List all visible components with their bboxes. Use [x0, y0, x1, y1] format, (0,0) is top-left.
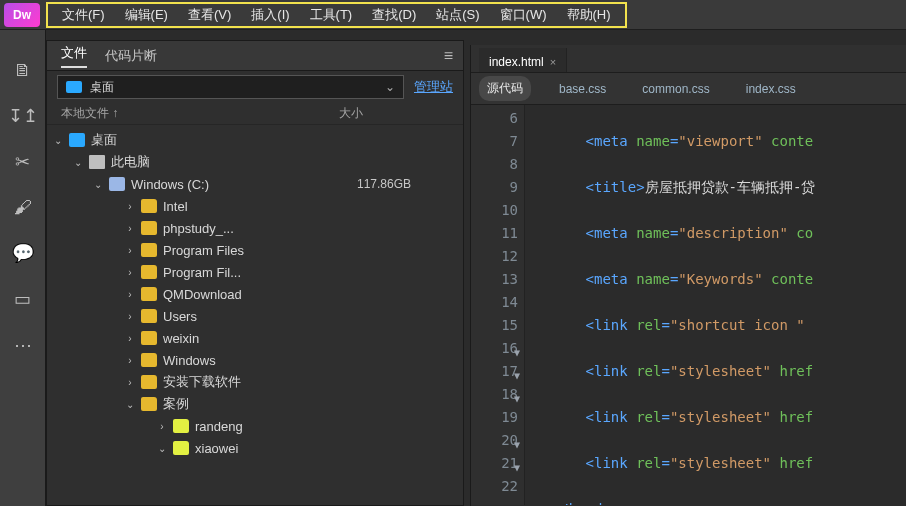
- tree-thispc[interactable]: ⌄ 此电脑: [53, 151, 457, 173]
- chevron-right-icon[interactable]: ›: [157, 421, 167, 432]
- chevron-down-icon[interactable]: ⌄: [125, 399, 135, 410]
- desktop-icon: [66, 81, 82, 93]
- chevron-right-icon[interactable]: ›: [125, 355, 135, 366]
- tree-intel[interactable]: › Intel: [53, 195, 457, 217]
- file-tree: ⌄ 桌面 ⌄ 此电脑 ⌄ Windows (C:) 117.86GB › Int…: [47, 125, 463, 495]
- tree-qmdownload[interactable]: › QMDownload: [53, 283, 457, 305]
- tree-label: Users: [163, 309, 457, 324]
- menu-file[interactable]: 文件(F): [52, 4, 115, 26]
- subtab-source[interactable]: 源代码: [479, 76, 531, 101]
- subtab-common[interactable]: common.css: [634, 78, 717, 100]
- tree-weixin[interactable]: › weixin: [53, 327, 457, 349]
- folder-icon: [141, 331, 157, 345]
- folder-icon: [141, 287, 157, 301]
- menu-help[interactable]: 帮助(H): [557, 4, 621, 26]
- line-number: 10: [471, 199, 518, 222]
- dropdown-label: 桌面: [90, 79, 114, 96]
- code-area[interactable]: 6 7 8 9 10 11 12 13 14 15 16▼ 17▼ 18▼ 19…: [471, 105, 906, 505]
- tree-desktop[interactable]: ⌄ 桌面: [53, 129, 457, 151]
- tree-anzhuang[interactable]: › 安装下载软件: [53, 371, 457, 393]
- chevron-right-icon[interactable]: ›: [125, 245, 135, 256]
- folder-icon: [141, 199, 157, 213]
- menu-find[interactable]: 查找(D): [362, 4, 426, 26]
- line-number: 15: [471, 314, 518, 337]
- tree-progfiles[interactable]: › Program Files: [53, 239, 457, 261]
- close-icon[interactable]: ×: [550, 56, 556, 68]
- menu-insert[interactable]: 插入(I): [241, 4, 299, 26]
- tree-label: phpstudy_...: [163, 221, 457, 236]
- subtab-index[interactable]: index.css: [738, 78, 804, 100]
- tree-label: Windows: [163, 353, 457, 368]
- tool-comment-icon[interactable]: 💬: [12, 242, 34, 264]
- line-number: 7: [471, 130, 518, 153]
- editor-tab-index[interactable]: index.html ×: [479, 48, 567, 72]
- tool-new-doc-icon[interactable]: 🗎: [14, 60, 32, 81]
- menu-site[interactable]: 站点(S): [426, 4, 489, 26]
- folder-icon: [173, 419, 189, 433]
- editor-tab-label: index.html: [489, 55, 544, 69]
- code-editor: index.html × 源代码 base.css common.css ind…: [470, 45, 906, 506]
- tree-progfilesx[interactable]: › Program Fil...: [53, 261, 457, 283]
- line-number: 17▼: [471, 360, 518, 383]
- menu-view[interactable]: 查看(V): [178, 4, 241, 26]
- chevron-right-icon[interactable]: ›: [125, 223, 135, 234]
- tree-xiaowei[interactable]: ⌄ xiaowei: [53, 437, 457, 459]
- tool-panel-icon[interactable]: ▭: [14, 288, 31, 310]
- vertical-toolbox: 🗎 ↧↥ ✂ 🖌 💬 ▭ ⋯: [0, 30, 46, 506]
- tab-files[interactable]: 文件: [61, 44, 87, 68]
- tree-users[interactable]: › Users: [53, 305, 457, 327]
- tree-cdrive[interactable]: ⌄ Windows (C:) 117.86GB: [53, 173, 457, 195]
- menu-window[interactable]: 窗口(W): [490, 4, 557, 26]
- manage-site-link[interactable]: 管理站: [414, 78, 453, 96]
- tree-label: weixin: [163, 331, 457, 346]
- menu-tool[interactable]: 工具(T): [300, 4, 363, 26]
- chevron-right-icon[interactable]: ›: [125, 289, 135, 300]
- tool-more-icon[interactable]: ⋯: [14, 334, 32, 356]
- column-name[interactable]: 本地文件 ↑: [61, 105, 339, 122]
- code-body[interactable]: <meta name="viewport" conte <title>房屋抵押贷…: [525, 105, 906, 505]
- chevron-down-icon[interactable]: ⌄: [93, 179, 103, 190]
- folder-icon: [173, 441, 189, 455]
- tool-scissors-icon[interactable]: ✂: [15, 151, 30, 173]
- chevron-down-icon[interactable]: ⌄: [157, 443, 167, 454]
- chevron-right-icon[interactable]: ›: [125, 267, 135, 278]
- line-number: 14: [471, 291, 518, 314]
- line-number: 18▼: [471, 383, 518, 406]
- folder-icon: [141, 375, 157, 389]
- location-dropdown[interactable]: 桌面 ⌄: [57, 75, 404, 99]
- tree-label: 桌面: [91, 131, 457, 149]
- tree-windows[interactable]: › Windows: [53, 349, 457, 371]
- line-gutter: 6 7 8 9 10 11 12 13 14 15 16▼ 17▼ 18▼ 19…: [471, 105, 525, 505]
- tree-phpstudy[interactable]: › phpstudy_...: [53, 217, 457, 239]
- tree-label: Windows (C:): [131, 177, 351, 192]
- editor-tabs: index.html ×: [471, 45, 906, 73]
- line-number: 9: [471, 176, 518, 199]
- chevron-down-icon[interactable]: ⌄: [73, 157, 83, 168]
- panel-tabs: 文件 代码片断 ≡: [47, 41, 463, 71]
- tab-snippets[interactable]: 代码片断: [105, 47, 157, 65]
- panel-menu-icon[interactable]: ≡: [444, 47, 453, 65]
- tree-anli[interactable]: ⌄ 案例: [53, 393, 457, 415]
- menu-edit[interactable]: 编辑(E): [115, 4, 178, 26]
- chevron-right-icon[interactable]: ›: [125, 377, 135, 388]
- subtab-base[interactable]: base.css: [551, 78, 614, 100]
- drive-icon: [109, 177, 125, 191]
- tool-swap-icon[interactable]: ↧↥: [8, 105, 38, 127]
- line-number: 12: [471, 245, 518, 268]
- computer-icon: [89, 155, 105, 169]
- tool-brush-icon[interactable]: 🖌: [14, 197, 32, 218]
- title-bar: Dw 文件(F) 编辑(E) 查看(V) 插入(I) 工具(T) 查找(D) 站…: [0, 0, 906, 30]
- chevron-right-icon[interactable]: ›: [125, 201, 135, 212]
- tree-label: randeng: [195, 419, 457, 434]
- tree-randeng[interactable]: › randeng: [53, 415, 457, 437]
- folder-icon: [141, 309, 157, 323]
- chevron-down-icon[interactable]: ⌄: [53, 135, 63, 146]
- line-number: 13: [471, 268, 518, 291]
- tree-label: Program Files: [163, 243, 457, 258]
- line-number: 6: [471, 107, 518, 130]
- desktop-icon: [69, 133, 85, 147]
- chevron-right-icon[interactable]: ›: [125, 333, 135, 344]
- files-panel: 文件 代码片断 ≡ 桌面 ⌄ 管理站 本地文件 ↑ 大小 ⌄ 桌面 ⌄ 此电脑 …: [46, 40, 464, 506]
- chevron-right-icon[interactable]: ›: [125, 311, 135, 322]
- column-size[interactable]: 大小: [339, 105, 449, 122]
